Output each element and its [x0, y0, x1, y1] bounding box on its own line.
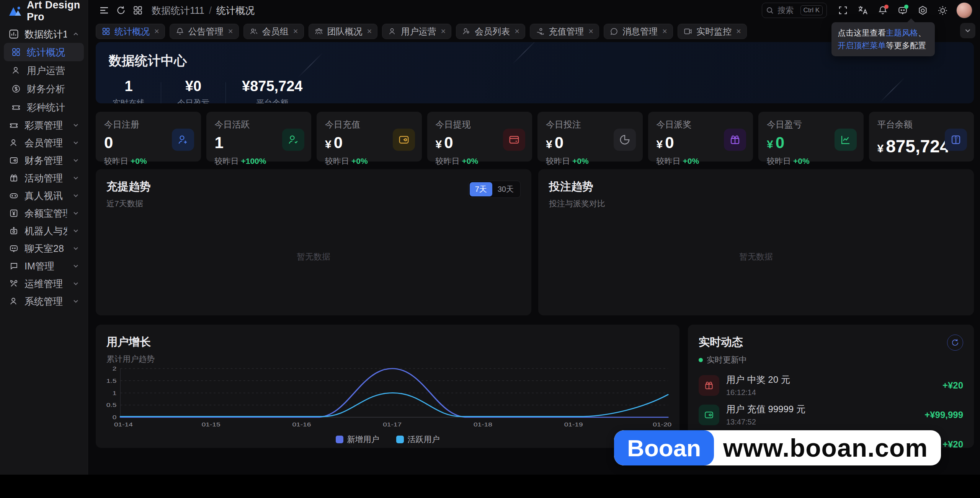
sidebar-item-robot-mgmt[interactable]: 机器人与发单	[4, 222, 84, 240]
sidebar-item-lottery-mgmt[interactable]: 彩票管理	[4, 116, 84, 134]
tab-member-list[interactable]: 会员列表 ×	[456, 24, 525, 39]
close-icon[interactable]: ×	[293, 26, 298, 36]
sidebar-group-label: 数据统计111	[24, 28, 67, 41]
stat-cards-row: 今日注册 0 较昨日+0% 今日活跃 1 较昨日+100% 今日充值 ¥0 较昨…	[96, 112, 974, 162]
sidebar-item-stats-overview[interactable]: 统计概况	[4, 43, 84, 61]
tab-label: 消息管理	[622, 26, 658, 38]
sidebar-item-label: 机器人与发单	[24, 225, 67, 237]
legend-new-users[interactable]: 新增用户	[336, 434, 379, 445]
bell-icon	[175, 27, 185, 36]
panel-subtitle: 近7天数据	[106, 198, 521, 209]
card-value: 0	[444, 134, 453, 152]
stat-card-bet[interactable]: 今日投注 ¥0 较昨日+0%	[537, 112, 643, 162]
sidebar-item-yuebao-mgmt[interactable]: 余额宝管理	[4, 204, 84, 222]
sidebar-group-data-stats[interactable]: 数据统计111	[4, 25, 84, 43]
sidebar-item-chatroom-28[interactable]: 聊天室28	[4, 240, 84, 257]
list-item[interactable]: 用户 充值 99999 元 13:47:52 +¥99,999	[699, 403, 963, 426]
sidebar-item-im-mgmt[interactable]: IM管理	[4, 257, 84, 275]
main-content: 数据统计中心 1 实时在线 ¥0 今日盈亏 ¥875,724 平台余额	[88, 42, 980, 475]
panel-title: 实时动态	[699, 335, 747, 350]
tab-label: 充值管理	[549, 26, 584, 38]
sidebar-item-ops-mgmt[interactable]: 运维管理	[4, 275, 84, 292]
chart-legend: 新增用户 活跃用户	[96, 434, 679, 445]
sidebar-item-live-video[interactable]: 真人视讯	[4, 187, 84, 204]
tab-stats-overview[interactable]: 统计概况 ×	[96, 24, 165, 39]
stat-card-balance[interactable]: 平台余额 ¥875,724	[869, 112, 974, 162]
user-avatar[interactable]	[956, 2, 972, 18]
chevron-down-icon	[72, 210, 79, 217]
user-growth-chart[interactable]: 0 0.5 1 1.5 2 01-14 01-15 01-16 01-17	[101, 365, 672, 430]
sidebar-item-finance-analysis[interactable]: 财务分析	[4, 80, 84, 98]
range-7d-button[interactable]: 7天	[470, 182, 492, 196]
breadcrumb-separator: /	[209, 5, 212, 16]
notifications-button[interactable]	[874, 2, 891, 19]
tooltip-theme-link[interactable]: 主题风格	[886, 28, 918, 37]
sidebar-item-lottery-stats[interactable]: 彩种统计	[4, 98, 84, 116]
apps-grid-button[interactable]	[129, 2, 146, 19]
close-icon[interactable]: ×	[662, 26, 667, 36]
svg-text:01-14: 01-14	[114, 421, 133, 428]
sidebar-item-user-operation[interactable]: 用户运营	[4, 61, 84, 80]
wallet-icon	[699, 405, 719, 425]
card-value: 0	[776, 134, 784, 152]
tab-recharge-mgmt[interactable]: 充值管理 ×	[530, 24, 599, 39]
stat-card-profit[interactable]: 今日盈亏 ¥0 较昨日+0%	[758, 112, 864, 162]
close-icon[interactable]: ×	[588, 26, 593, 36]
tab-overflow-button[interactable]	[960, 23, 975, 38]
refresh-button[interactable]	[113, 2, 129, 19]
sidebar-item-member-mgmt[interactable]: 会员管理	[4, 134, 84, 152]
search-box[interactable]: Ctrl K	[762, 3, 827, 18]
chevron-down-icon	[72, 157, 79, 164]
translate-icon[interactable]	[854, 2, 871, 19]
tab-user-operation[interactable]: 用户运营 ×	[382, 24, 451, 39]
svg-text:01-15: 01-15	[202, 421, 220, 428]
close-icon[interactable]: ×	[441, 26, 446, 36]
stat-card-payout[interactable]: 今日派奖 ¥0 较昨日+0%	[648, 112, 753, 162]
list-item[interactable]: 用户 中奖 20 元 16:12:14 +¥20	[699, 374, 963, 397]
search-input[interactable]	[777, 6, 797, 15]
range-30d-button[interactable]: 30天	[492, 182, 519, 196]
sidebar-item-activity-mgmt[interactable]: 活动管理	[4, 169, 84, 187]
legend-swatch	[396, 436, 404, 443]
pie-chart-icon	[614, 129, 636, 151]
stat-card-register[interactable]: 今日注册 0 较昨日+0%	[96, 112, 201, 162]
stat-card-withdraw[interactable]: 今日提现 ¥0 较昨日+0%	[427, 112, 532, 162]
close-icon[interactable]: ×	[228, 26, 233, 36]
user-icon	[8, 137, 19, 148]
chevron-down-icon	[964, 27, 972, 34]
stat-card-recharge[interactable]: 今日充值 ¥0 较昨日+0%	[317, 112, 422, 162]
settings-button[interactable]	[914, 2, 931, 19]
tab-team-overview[interactable]: 团队概况 ×	[309, 24, 378, 39]
tab-member-group[interactable]: 会员组 ×	[243, 24, 304, 39]
stat-card-active[interactable]: 今日活跃 1 较昨日+100%	[206, 112, 312, 162]
tooltip-topbar-link[interactable]: 开启顶栏菜单	[838, 41, 886, 50]
card-payment-icon	[503, 129, 525, 151]
assistant-button[interactable]	[894, 2, 911, 19]
theme-toggle-button[interactable]	[934, 2, 951, 19]
menu-collapse-button[interactable]	[96, 2, 113, 19]
refresh-feed-button[interactable]	[947, 335, 963, 351]
tab-label: 团队概况	[327, 26, 363, 38]
sidebar-item-label: 聊天室28	[24, 242, 67, 255]
close-icon[interactable]: ×	[736, 26, 741, 36]
close-icon[interactable]: ×	[367, 26, 372, 36]
sidebar-item-system-mgmt[interactable]: 系统管理	[4, 292, 84, 310]
sidebar-item-finance-mgmt[interactable]: 财务管理	[4, 152, 84, 169]
close-icon[interactable]: ×	[514, 26, 519, 36]
panel-title: 充提趋势	[106, 179, 521, 194]
chat-bubble-icon	[609, 27, 619, 36]
yuan-box-icon	[8, 208, 19, 219]
banner-stats: 1 实时在线 ¥0 今日盈亏 ¥875,724 平台余额	[109, 78, 961, 103]
fullscreen-button[interactable]	[835, 2, 851, 19]
logo[interactable]: Art Design Pro	[0, 0, 88, 22]
banner-stat-online: 1 实时在线	[109, 78, 161, 103]
legend-active-users[interactable]: 活跃用户	[396, 434, 440, 445]
tab-realtime-monitor[interactable]: 实时监控 ×	[678, 24, 747, 39]
close-icon[interactable]: ×	[154, 26, 159, 36]
breadcrumb-parent[interactable]: 数据统计111	[152, 4, 204, 17]
panel-subtitle: 累计用户趋势	[106, 354, 669, 364]
tab-announcement-mgmt[interactable]: 公告管理 ×	[170, 24, 239, 39]
svg-text:0: 0	[113, 415, 117, 421]
tab-message-mgmt[interactable]: 消息管理 ×	[604, 24, 673, 39]
card-value: 875,724	[886, 136, 949, 157]
